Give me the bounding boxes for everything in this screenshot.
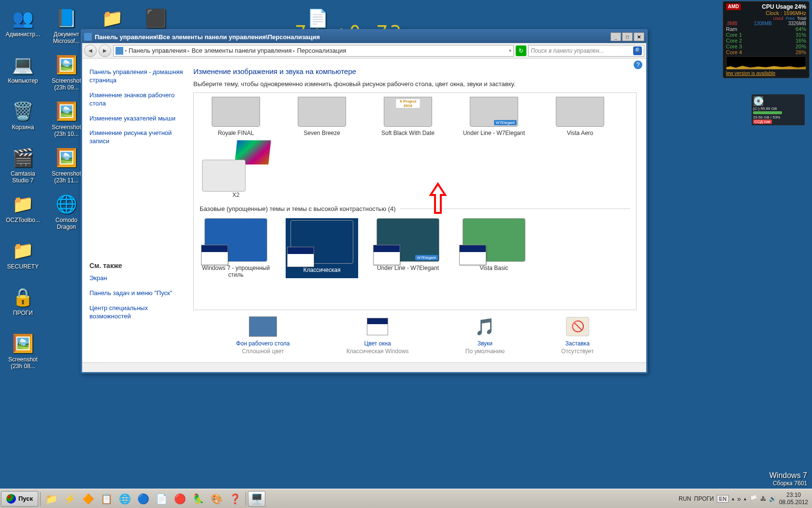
desktop-icon[interactable]: Администр...: [2, 5, 44, 47]
dropdown-icon[interactable]: ▾: [509, 48, 511, 53]
sidebar-link[interactable]: Панель управления - домашняя страница: [89, 68, 186, 85]
ram-total: 3326MB: [788, 21, 806, 26]
theme-item[interactable]: X Project 2010Soft Black With Date: [372, 97, 444, 136]
core-label: Core 1: [726, 32, 742, 38]
txt-ico: [306, 7, 330, 30]
hdr-total: Total: [797, 16, 806, 21]
search-placeholder: Поиск в панели управлен...: [531, 47, 604, 54]
refresh-button[interactable]: ↻: [516, 45, 526, 56]
taskbar-vlc-icon[interactable]: 🔶: [79, 491, 97, 507]
tray-prog-label[interactable]: ПРОГИ: [694, 495, 714, 502]
taskbar-explorer-icon[interactable]: 📁: [43, 491, 60, 507]
tray-overflow-icon[interactable]: ▴: [732, 496, 734, 501]
disk-gadget[interactable]: 💽 (C:) 55.89 GB 29.56 GB / 53% ССД том: [752, 94, 805, 125]
forward-button[interactable]: ►: [99, 45, 111, 57]
taskbar-app-icon[interactable]: 🔴: [171, 491, 188, 507]
desktop-icon[interactable]: Компьютер: [2, 51, 44, 94]
mini-window-icon: [201, 245, 228, 265]
taskbar-paint-icon[interactable]: 🎨: [208, 491, 225, 507]
system-tray: RUN ПРОГИ EN ▴ » ▴ 🏳️ 🖧 🔊 23:10 08.05.20…: [679, 492, 811, 506]
cpu-gadget[interactable]: AMD CPU Usage 24% Clock : 1596MHz Used F…: [723, 1, 810, 78]
taskbar-chrome-icon[interactable]: 🌐: [116, 491, 133, 507]
taskbar-app-icon[interactable]: ⚡: [61, 491, 78, 507]
taskbar-personalization-task[interactable]: 🖥️: [248, 491, 265, 507]
theme-item[interactable]: Vista Aero: [544, 97, 616, 136]
maximize-button[interactable]: □: [622, 32, 633, 41]
screensaver-icon: [566, 317, 589, 336]
close-button[interactable]: ✕: [634, 32, 644, 41]
tray-overflow-icon[interactable]: »: [737, 495, 741, 503]
new-version-link[interactable]: lew version is available: [726, 71, 806, 76]
chevron-icon[interactable]: ▸: [188, 48, 190, 53]
ssd-label: ССД том: [753, 120, 772, 124]
watermark-build: Сборка 7601: [769, 480, 807, 487]
theme-x2[interactable]: X2: [200, 143, 272, 198]
see-also-link[interactable]: Центр специальных возможностей: [89, 304, 186, 321]
back-button[interactable]: ◄: [84, 45, 97, 57]
window-color-icon: [367, 318, 388, 335]
doc-ico: [55, 7, 78, 30]
screenshot-ico: [12, 332, 35, 355]
theme-item[interactable]: Royale FINAL: [200, 97, 272, 136]
search-icon[interactable]: 🔍: [633, 46, 642, 55]
sidebar-link[interactable]: Изменение указателей мыши: [89, 115, 186, 123]
chevron-icon[interactable]: ▾: [125, 48, 127, 53]
theme-item[interactable]: Vista Basic: [458, 218, 530, 278]
sounds-icon: 🎵: [475, 317, 495, 336]
breadcrumb[interactable]: ▾ Панель управления ▸ Все элементы панел…: [113, 45, 514, 57]
desktop-icon[interactable]: Camtasia Studio 7: [2, 144, 44, 187]
taskbar-app-icon[interactable]: 📋: [98, 491, 115, 507]
personalization-setting[interactable]: 🎵ЗвукиПо умолчанию: [465, 316, 505, 355]
desktop-icon[interactable]: Корзина: [2, 98, 44, 140]
sidebar-link[interactable]: Изменение значков рабочего стола: [89, 91, 186, 108]
personalization-setting[interactable]: Фон рабочего столаСплошной цвет: [236, 316, 290, 355]
see-also-link[interactable]: Панель задач и меню "Пуск": [89, 289, 186, 298]
desktop-icon[interactable]: OCZToolbo...: [2, 191, 44, 233]
desktop-icon[interactable]: Screenshot (23h 08...: [2, 330, 44, 373]
see-also-link[interactable]: Экран: [89, 274, 186, 283]
minimize-button[interactable]: _: [610, 32, 621, 41]
core-pct: 16%: [796, 38, 806, 44]
theme-name: Windows 7 - упрощенный стиль: [200, 265, 272, 278]
breadcrumb-item[interactable]: Персонализация: [297, 47, 346, 54]
theme-item[interactable]: Windows 7 - упрощенный стиль: [200, 218, 272, 278]
desktop-icon[interactable]: SECURETY: [2, 237, 44, 280]
cpu-clock: Clock : 1596MHz: [766, 10, 806, 16]
breadcrumb-item[interactable]: Панель управления: [129, 47, 186, 54]
theme-item[interactable]: W7ElegantUnder Line - W7Elegant: [372, 218, 444, 278]
sidebar-link[interactable]: Изменение рисунка учетной записи: [89, 129, 186, 146]
titlebar[interactable]: Панель управления\Все элементы панели уп…: [82, 30, 646, 43]
tray-time: 23:10: [779, 492, 808, 498]
help-button[interactable]: ?: [634, 60, 642, 69]
start-button[interactable]: Пуск: [1, 491, 38, 507]
tray-arrow-icon[interactable]: ▴: [744, 496, 746, 501]
taskbar-help-icon[interactable]: ❓: [226, 491, 244, 507]
theme-thumbnail: [212, 97, 260, 127]
personalization-window: Панель управления\Все элементы панели уп…: [81, 29, 648, 374]
theme-item[interactable]: Seven Breeze: [286, 97, 358, 136]
taskbar-app-icon[interactable]: 🔵: [134, 491, 152, 507]
search-input[interactable]: Поиск в панели управлен... 🔍: [528, 45, 644, 57]
personalization-setting[interactable]: Цвет окнаКлассическая Windows: [347, 316, 409, 355]
theme-item[interactable]: W7ElegantUnder Line - W7Elegant: [458, 97, 530, 136]
page-heading: Изменение изображения и звука на компьют…: [193, 67, 637, 75]
taskbar-app-icon[interactable]: 🦜: [189, 491, 207, 507]
language-indicator[interactable]: EN: [717, 495, 729, 503]
theme-item-selected[interactable]: Классическая: [286, 218, 358, 278]
desktop-icon[interactable]: ПРОГИ: [2, 284, 44, 326]
tray-flag-icon[interactable]: 🏳️: [749, 495, 757, 503]
tray-run-label[interactable]: RUN: [679, 495, 691, 502]
personalization-setting[interactable]: ЗаставкаОтсутствует: [561, 316, 594, 355]
breadcrumb-item[interactable]: Все элементы панели управления: [191, 47, 291, 54]
tray-clock[interactable]: 23:10 08.05.2012: [779, 492, 808, 506]
taskbar-app-icon[interactable]: 📄: [153, 491, 170, 507]
start-label: Пуск: [18, 495, 33, 502]
chevron-icon[interactable]: ▸: [293, 48, 295, 53]
theme-name: Soft Black With Date: [381, 130, 435, 136]
theme-name: Vista Basic: [479, 265, 508, 271]
core-label: Core 2: [726, 38, 742, 44]
theme-thumbnail: [556, 97, 604, 127]
tray-volume-icon[interactable]: 🔊: [769, 495, 776, 502]
cpu-usage-label: CPU Usage: [762, 3, 793, 10]
tray-network-icon[interactable]: 🖧: [760, 495, 766, 502]
